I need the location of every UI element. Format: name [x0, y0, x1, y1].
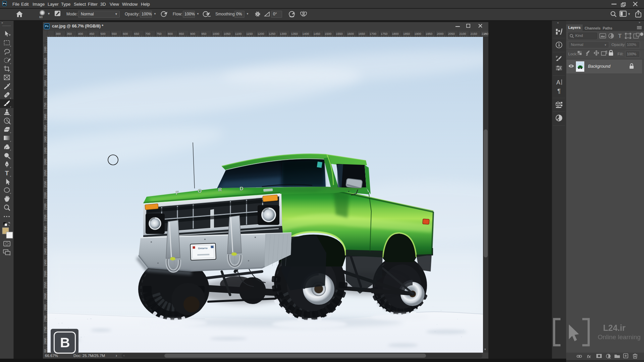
svg-text:1550: 1550	[336, 32, 343, 36]
svg-text:2150: 2150	[44, 192, 47, 198]
svg-text:550: 550	[112, 32, 117, 36]
svg-text:1850: 1850	[403, 32, 410, 36]
svg-text:1000: 1000	[213, 32, 219, 36]
svg-text:350: 350	[67, 32, 72, 36]
svg-text:Online learning: Online learning	[598, 334, 641, 341]
svg-text:T: T	[5, 170, 9, 177]
svg-text:2400: 2400	[44, 248, 47, 255]
svg-text:1900: 1900	[44, 136, 47, 142]
svg-text:R: R	[218, 186, 222, 192]
svg-text:1300: 1300	[280, 32, 286, 36]
svg-text:2800: 2800	[44, 338, 47, 344]
svg-text:1350: 1350	[291, 32, 298, 36]
svg-text:2550: 2550	[44, 282, 47, 288]
svg-text:1800: 1800	[44, 114, 47, 120]
svg-text:2150: 2150	[471, 32, 477, 36]
svg-text:A: A	[556, 79, 560, 86]
svg-text:F: F	[175, 190, 179, 196]
svg-text:1550: 1550	[44, 58, 47, 64]
svg-text:2300: 2300	[44, 226, 47, 232]
svg-text:2050: 2050	[448, 32, 455, 36]
svg-text:Ontario: Ontario	[198, 247, 208, 250]
svg-text:O: O	[198, 188, 202, 194]
svg-text:600: 600	[123, 32, 128, 36]
svg-text:850: 850	[179, 32, 184, 36]
svg-text:1100: 1100	[235, 32, 241, 36]
svg-text:1150: 1150	[246, 32, 253, 36]
svg-text:1750: 1750	[381, 32, 387, 36]
svg-text:L24.ir: L24.ir	[603, 323, 626, 333]
svg-text:2000: 2000	[44, 159, 47, 165]
svg-text:950: 950	[201, 32, 206, 36]
svg-text:1700: 1700	[370, 32, 376, 36]
svg-text:1800: 1800	[392, 32, 399, 36]
svg-text:400: 400	[78, 32, 83, 36]
svg-text:1600: 1600	[347, 32, 354, 36]
svg-text:1600: 1600	[44, 69, 47, 75]
svg-text:900: 900	[190, 32, 195, 36]
svg-text:2050: 2050	[44, 170, 47, 176]
svg-text:500: 500	[100, 32, 105, 36]
svg-text:650: 650	[134, 32, 139, 36]
svg-text:1900: 1900	[415, 32, 421, 36]
svg-text:D: D	[239, 185, 244, 191]
svg-text:1750: 1750	[44, 103, 47, 109]
svg-text:1650: 1650	[44, 80, 47, 86]
svg-text:2000: 2000	[437, 32, 443, 36]
svg-text:2650: 2650	[44, 304, 47, 311]
svg-text:1450: 1450	[314, 32, 320, 36]
svg-text:2200: 2200	[44, 203, 47, 210]
svg-text:1500: 1500	[44, 47, 47, 53]
svg-text:2250: 2250	[44, 215, 47, 221]
svg-text:1650: 1650	[358, 32, 365, 36]
svg-text:800: 800	[168, 32, 173, 36]
svg-text:1950: 1950	[44, 147, 47, 154]
svg-text:1700: 1700	[44, 92, 47, 98]
svg-text:2600: 2600	[44, 293, 47, 299]
svg-text:2450: 2450	[44, 259, 47, 266]
svg-text:700: 700	[145, 32, 150, 36]
svg-text:750: 750	[157, 32, 162, 36]
svg-text:1250: 1250	[269, 32, 275, 36]
svg-text:1050: 1050	[224, 32, 230, 36]
svg-text:2700: 2700	[44, 315, 47, 322]
svg-text:450: 450	[89, 32, 94, 36]
svg-text:1500: 1500	[325, 32, 331, 36]
svg-text:1950: 1950	[426, 32, 432, 36]
svg-text:2350: 2350	[44, 237, 47, 243]
svg-text:1200: 1200	[257, 32, 264, 36]
svg-text:2100: 2100	[44, 181, 47, 187]
svg-text:1400: 1400	[302, 32, 309, 36]
svg-text:2500: 2500	[44, 270, 47, 277]
svg-text:2750: 2750	[44, 327, 47, 333]
svg-text:1850: 1850	[44, 125, 47, 131]
svg-text:¶: ¶	[557, 88, 561, 95]
svg-text:300: 300	[56, 32, 61, 36]
svg-text:2100: 2100	[459, 32, 466, 36]
